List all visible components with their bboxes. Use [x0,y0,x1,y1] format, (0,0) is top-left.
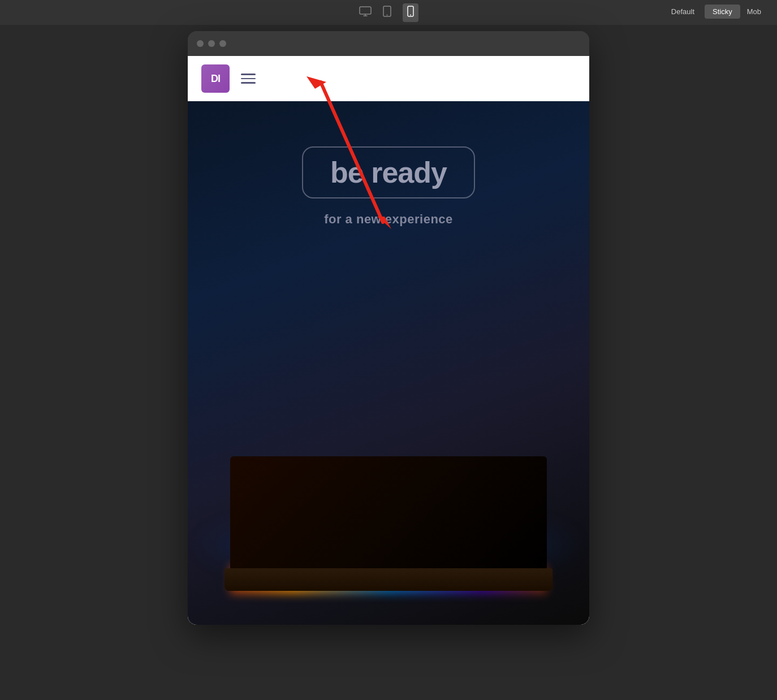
hamburger-line-1 [241,74,256,75]
tablet-icon[interactable] [383,6,391,20]
svg-point-4 [410,14,411,15]
sticky-view-button[interactable]: Sticky [705,5,740,19]
default-view-button[interactable]: Default [663,5,702,19]
laptop-base [225,568,552,591]
logo: DI [201,64,230,93]
hamburger-line-2 [241,78,256,80]
maximize-button[interactable] [219,40,226,47]
minimize-button[interactable] [208,40,215,47]
svg-rect-0 [360,7,371,14]
laptop-area [188,410,589,625]
svg-marker-7 [377,217,391,229]
browser-titlebar [188,31,589,56]
browser-window: DI be ready for a new experience [188,31,589,625]
svg-point-2 [386,14,387,15]
svg-line-6 [321,82,383,222]
hamburger-menu-button[interactable] [241,74,256,84]
close-button[interactable] [197,40,204,47]
device-icons [359,3,418,22]
annotation-arrow [261,76,408,240]
top-toolbar: Default Sticky Mob [0,0,777,25]
mob-view-button[interactable]: Mob [743,5,766,19]
hamburger-line-3 [241,82,256,84]
desktop-icon[interactable] [359,6,372,19]
view-mode-buttons: Default Sticky Mob [663,5,766,19]
laptop-screen [230,456,547,569]
mobile-icon[interactable] [403,3,418,22]
